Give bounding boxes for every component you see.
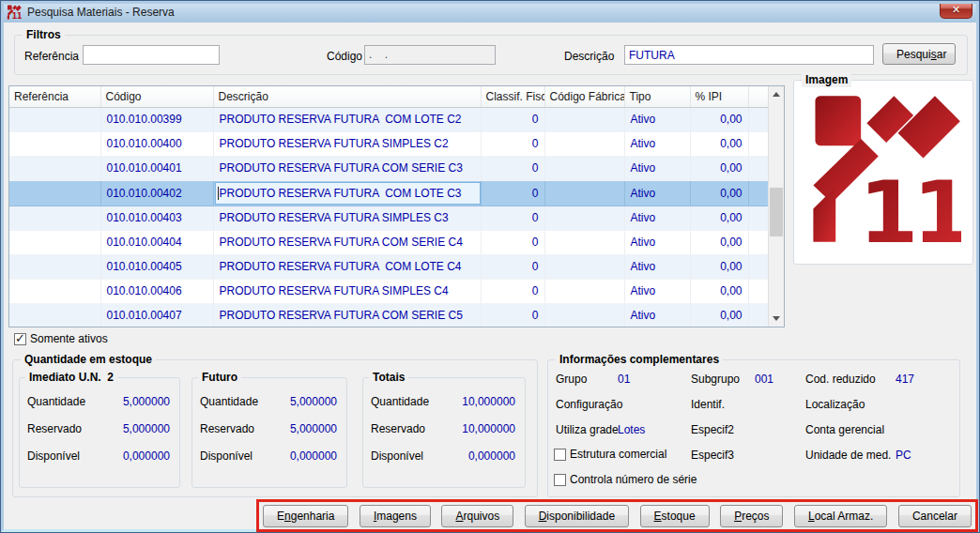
pesquisar-button[interactable]: Pesquisar: [882, 43, 956, 65]
cell-ipi[interactable]: 0,00: [690, 254, 748, 279]
cell-codigo-fabrica[interactable]: [544, 303, 624, 327]
column-header[interactable]: Código: [100, 86, 213, 107]
cell-ipi[interactable]: 0,00: [690, 279, 748, 303]
pre-os-button[interactable]: Preços: [720, 505, 783, 527]
cell-descricao[interactable]: PRODUTO RESERVA FUTURA COM SERIE C5: [213, 303, 481, 327]
cell-classif-fiscal[interactable]: 0: [481, 230, 544, 254]
table-row[interactable]: 010.010.00402PRODUTO RESERVA FUTURA COM …: [9, 180, 770, 206]
cell-referencia[interactable]: [9, 180, 100, 206]
estrutura-comercial-checkbox[interactable]: [554, 449, 566, 461]
estoque-button[interactable]: Estoque: [640, 505, 710, 527]
scroll-down-button[interactable]: [769, 311, 784, 327]
cell-codigo[interactable]: 010.010.00401: [100, 156, 213, 180]
cell-codigo[interactable]: 010.010.00402: [100, 180, 213, 206]
somente-ativos-checkbox[interactable]: [14, 333, 26, 345]
column-header[interactable]: [748, 86, 770, 107]
title-bar[interactable]: 11 Pesquisa Materiais - Reserva: [2, 2, 978, 23]
cell-codigo[interactable]: 010.010.00406: [100, 279, 213, 303]
cell-classif-fiscal[interactable]: 0: [481, 279, 544, 303]
table-row[interactable]: 010.010.00403PRODUTO RESERVA FUTURA SIMP…: [9, 206, 770, 230]
cell-tipo[interactable]: Ativo: [624, 156, 690, 180]
referencia-input[interactable]: [83, 45, 220, 65]
cell-codigo-fabrica[interactable]: [544, 230, 624, 254]
table-row[interactable]: 010.010.00406PRODUTO RESERVA FUTURA SIMP…: [9, 279, 770, 303]
local-armaz-button[interactable]: Local Armaz.: [794, 505, 887, 527]
cell-classif-fiscal[interactable]: 0: [481, 107, 544, 131]
cell-codigo-fabrica[interactable]: [544, 279, 624, 303]
codigo-input[interactable]: . .: [364, 45, 496, 65]
cell-codigo-fabrica[interactable]: [544, 156, 624, 180]
cell-tipo[interactable]: Ativo: [624, 180, 690, 206]
cell-classif-fiscal[interactable]: 0: [481, 254, 544, 279]
cell-tipo[interactable]: Ativo: [624, 131, 690, 156]
cell-codigo[interactable]: 010.010.00400: [100, 131, 213, 156]
column-header[interactable]: % IPI: [690, 86, 748, 107]
cell-referencia[interactable]: [9, 303, 100, 327]
cell-classif-fiscal[interactable]: 0: [481, 180, 544, 206]
controla-serie-checkbox[interactable]: [554, 474, 566, 486]
cell-referencia[interactable]: [9, 230, 100, 254]
column-header[interactable]: Descrição: [213, 86, 481, 107]
cell-referencia[interactable]: [9, 107, 100, 131]
cell-ipi[interactable]: 0,00: [690, 206, 748, 230]
cell-filler[interactable]: [748, 156, 770, 180]
cell-classif-fiscal[interactable]: 0: [481, 131, 544, 156]
cell-tipo[interactable]: Ativo: [624, 254, 690, 279]
cell-codigo-fabrica[interactable]: [544, 206, 624, 230]
cell-descricao[interactable]: PRODUTO RESERVA FUTURA COM LOTE C3: [213, 180, 481, 206]
cell-codigo[interactable]: 010.010.00399: [100, 107, 213, 131]
cell-referencia[interactable]: [9, 206, 100, 230]
cancelar-button[interactable]: Cancelar: [898, 505, 972, 527]
cell-codigo[interactable]: 010.010.00404: [100, 230, 213, 254]
cell-tipo[interactable]: Ativo: [624, 303, 690, 327]
cell-classif-fiscal[interactable]: 0: [481, 303, 544, 327]
cell-ipi[interactable]: 0,00: [690, 230, 748, 254]
cell-filler[interactable]: [748, 303, 770, 327]
table-row[interactable]: 010.010.00400PRODUTO RESERVA FUTURA SIMP…: [9, 131, 770, 156]
cell-ipi[interactable]: 0,00: [690, 131, 748, 156]
cell-codigo[interactable]: 010.010.00407: [100, 303, 213, 327]
cell-filler[interactable]: [748, 254, 770, 279]
cell-filler[interactable]: [748, 206, 770, 230]
cell-tipo[interactable]: Ativo: [624, 107, 690, 131]
cell-descricao[interactable]: PRODUTO RESERVA FUTURA SIMPLES C2: [213, 131, 481, 156]
column-header[interactable]: Tipo: [624, 86, 690, 107]
cell-codigo-fabrica[interactable]: [544, 107, 624, 131]
cell-ipi[interactable]: 0,00: [690, 107, 748, 131]
table-row[interactable]: 010.010.00399PRODUTO RESERVA FUTURA COM …: [9, 107, 770, 131]
cell-filler[interactable]: [748, 180, 770, 206]
cell-codigo[interactable]: 010.010.00403: [100, 206, 213, 230]
cell-codigo-fabrica[interactable]: [544, 131, 624, 156]
vertical-scrollbar[interactable]: [768, 86, 784, 327]
cell-filler[interactable]: [748, 131, 770, 156]
cell-classif-fiscal[interactable]: 0: [481, 206, 544, 230]
scrollbar-thumb[interactable]: [770, 188, 783, 236]
cell-descricao[interactable]: PRODUTO RESERVA FUTURA SIMPLES C4: [213, 279, 481, 303]
table-row[interactable]: 010.010.00404PRODUTO RESERVA FUTURA COM …: [9, 230, 770, 254]
cell-filler[interactable]: [748, 230, 770, 254]
close-button[interactable]: ✕: [940, 1, 972, 19]
cell-referencia[interactable]: [9, 156, 100, 180]
cell-ipi[interactable]: 0,00: [690, 303, 748, 327]
cell-filler[interactable]: [748, 107, 770, 131]
cell-referencia[interactable]: [9, 279, 100, 303]
cell-ipi[interactable]: 0,00: [690, 156, 748, 180]
disponibilidade-button[interactable]: Disponibilidade: [525, 505, 629, 527]
engenharia-button[interactable]: Engenharia: [263, 505, 348, 527]
cell-codigo[interactable]: 010.010.00405: [100, 254, 213, 279]
cell-ipi[interactable]: 0,00: [690, 180, 748, 206]
descricao-input[interactable]: [624, 45, 874, 65]
scroll-up-button[interactable]: [769, 86, 784, 102]
column-header[interactable]: Referência: [9, 86, 100, 107]
cell-tipo[interactable]: Ativo: [624, 230, 690, 254]
cell-filler[interactable]: [748, 279, 770, 303]
inline-edit-field[interactable]: PRODUTO RESERVA FUTURA COM LOTE C3: [215, 182, 481, 205]
cell-tipo[interactable]: Ativo: [624, 206, 690, 230]
column-header[interactable]: Classif. Fiscal: [481, 86, 544, 107]
cell-referencia[interactable]: [9, 254, 100, 279]
cell-descricao[interactable]: PRODUTO RESERVA FUTURA COM SERIE C3: [213, 156, 481, 180]
cell-codigo-fabrica[interactable]: [544, 180, 624, 206]
cell-descricao[interactable]: PRODUTO RESERVA FUTURA SIMPLES C3: [213, 206, 481, 230]
column-header[interactable]: Código Fábrica: [544, 86, 624, 107]
table-row[interactable]: 010.010.00401PRODUTO RESERVA FUTURA COM …: [9, 156, 770, 180]
